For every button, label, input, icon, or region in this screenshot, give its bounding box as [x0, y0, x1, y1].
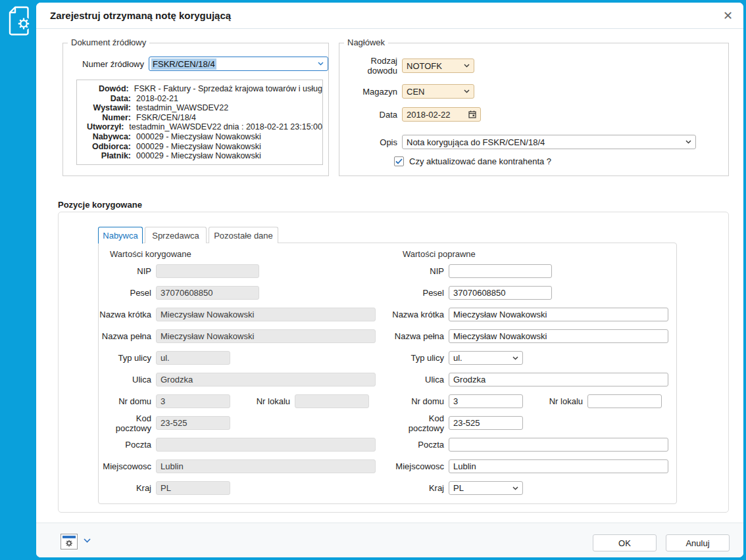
rodzaj-dowodu-select[interactable]: NOTOFK — [402, 58, 474, 73]
tab-strip: Nabywca Sprzedawca Pozostałe dane — [98, 227, 278, 243]
field-row-kraj: Kraj — [99, 481, 384, 495]
nr-lokalu-input[interactable] — [587, 394, 662, 408]
field-row-nr-domu: Nr domu Nr lokalu — [99, 394, 384, 408]
field-row-poczta: Poczta — [391, 438, 677, 452]
header-legend: Nagłówek — [344, 37, 388, 47]
calendar-icon — [468, 110, 476, 118]
field-row-nazwa-pelna: Nazwa pełna — [391, 329, 677, 343]
info-row: Płatnik:000029 - Mieczysław Nowakowski — [77, 151, 322, 161]
source-document-groupbox: Dokument źródłowy Numer źródłowy FSKR/CE… — [62, 43, 329, 176]
nip-input[interactable] — [449, 264, 552, 278]
correct-values-column: Wartości poprawne NIP Pesel Nazwa krótka… — [391, 243, 677, 503]
magazyn-select[interactable]: CEN — [402, 84, 474, 99]
field-row-pesel: Pesel — [99, 286, 384, 300]
ok-button[interactable]: OK — [593, 534, 657, 551]
update-contractor-checkbox[interactable] — [394, 156, 404, 166]
nazwa-krotka-input-corrected — [156, 308, 376, 321]
gear-icon — [64, 539, 74, 548]
field-row-ulica: Ulica — [391, 373, 677, 386]
cancel-button[interactable]: Anuluj — [666, 534, 730, 551]
ulica-input-corrected — [156, 373, 376, 386]
corrected-values-header: Wartości korygowane — [110, 249, 384, 259]
field-row-kod-pocztowy: Kod pocztowy — [391, 416, 677, 430]
field-row-nip: NIP — [391, 264, 677, 278]
source-document-info-panel: Dowód:FSKR - Faktury - Sprzedaż krajowa … — [76, 80, 323, 165]
field-row-nazwa-pelna: Nazwa pełna — [99, 329, 384, 343]
positions-title: Pozycje korygowane — [58, 200, 142, 210]
field-row-nip: NIP — [99, 264, 384, 278]
info-row: Dowód:FSKR - Faktury - Sprzedaż krajowa … — [77, 84, 322, 94]
nr-lokalu-input-corrected — [295, 394, 369, 408]
field-row-nr-domu: Nr domu Nr lokalu — [391, 394, 677, 408]
tab-pozostale-dane[interactable]: Pozostałe dane — [209, 227, 278, 243]
header-groupbox: Nagłówek Rodzaj dowodu NOTOFK Magazyn CE… — [339, 43, 729, 176]
miejscowosc-input-corrected — [156, 459, 376, 473]
chevron-down-icon — [464, 89, 470, 93]
chevron-down-icon — [685, 140, 691, 144]
magazyn-label: Magazyn — [339, 87, 397, 97]
positions-panel: Nabywca Sprzedawca Pozostałe dane Wartoś… — [58, 212, 729, 513]
chevron-down-icon — [464, 64, 470, 68]
field-row-ulica: Ulica — [99, 373, 384, 386]
typ-ulicy-select[interactable]: ul. — [449, 351, 523, 365]
info-row: Numer:FSKR/CEN/18/4 — [77, 113, 322, 123]
opis-combobox[interactable]: Nota korygująca do FSKR/CEN/18/4 — [402, 135, 696, 149]
checkmark-icon — [395, 158, 403, 164]
field-row-poczta: Poczta — [99, 438, 384, 452]
poczta-input[interactable] — [449, 438, 668, 452]
dialog-footer: OK Anuluj — [36, 523, 743, 557]
miejscowosc-input[interactable] — [449, 459, 668, 473]
nazwa-krotka-input[interactable] — [449, 308, 668, 321]
source-document-legend: Dokument źródłowy — [68, 37, 149, 47]
kraj-select[interactable]: PL — [449, 481, 523, 495]
close-icon[interactable]: ✕ — [723, 9, 733, 23]
ulica-input[interactable] — [449, 373, 668, 386]
chevron-down-icon — [512, 356, 518, 360]
opis-label: Opis — [339, 137, 397, 147]
field-row-nazwa-krotka: Nazwa krótka — [391, 308, 677, 321]
nr-domu-input-corrected — [156, 394, 230, 408]
poczta-input-corrected — [156, 438, 376, 452]
dialog-titlebar: Zarejestruj otrzymaną notę korygującą ✕ — [36, 3, 743, 29]
info-row: Odbiorca:000029 - Mieczysław Nowakowski — [77, 142, 322, 152]
kod-pocztowy-input[interactable] — [449, 416, 523, 430]
info-row: Nabywca:000029 - Mieczysław Nowakowski — [77, 132, 322, 142]
chevron-down-icon[interactable] — [84, 538, 91, 543]
info-row: Data:2018-02-21 — [77, 94, 322, 104]
chevron-down-icon — [318, 62, 324, 66]
register-correction-note-dialog: Zarejestruj otrzymaną notę korygującą ✕ … — [36, 3, 743, 557]
source-number-value: FSKR/CEN/18/4 — [151, 58, 216, 70]
source-number-label: Numer źródłowy — [63, 59, 144, 69]
data-date-input[interactable]: 2018-02-22 — [402, 107, 481, 122]
typ-ulicy-input-corrected — [156, 351, 230, 365]
pesel-input-corrected — [156, 286, 259, 300]
kraj-input-corrected — [156, 481, 230, 495]
field-row-kraj: Kraj PL — [391, 481, 677, 495]
field-row-nazwa-krotka: Nazwa krótka — [99, 308, 384, 321]
field-row-miejscowosc: Miejscowosc — [99, 459, 384, 473]
nazwa-pelna-input[interactable] — [449, 329, 668, 343]
tab-nabywca[interactable]: Nabywca — [98, 227, 143, 244]
window-titlebar-decoration — [62, 536, 76, 538]
info-row: Utworzył:testadmin_WAWSDEV22 dnia : 2018… — [77, 122, 322, 132]
field-row-typ-ulicy: Typ ulicy — [99, 351, 384, 365]
settings-window-button[interactable] — [61, 534, 78, 549]
document-gear-icon — [7, 5, 31, 37]
nip-input-corrected — [156, 264, 259, 278]
dialog-title: Zarejestruj otrzymaną notę korygującą — [50, 10, 231, 21]
field-row-kod-pocztowy: Kod pocztowy — [99, 416, 384, 430]
nazwa-pelna-input-corrected — [156, 329, 376, 343]
correct-values-header: Wartości poprawne — [403, 249, 677, 259]
corrected-values-column: Wartości korygowane NIP Pesel Nazwa krót… — [99, 243, 384, 503]
pesel-input[interactable] — [449, 286, 552, 300]
update-contractor-label: Czy aktualizować dane kontrahenta ? — [409, 156, 551, 166]
nr-domu-input[interactable] — [449, 394, 523, 408]
data-label: Data — [339, 110, 397, 120]
source-number-combobox[interactable]: FSKR/CEN/18/4 — [149, 57, 328, 71]
nabywca-tab-panel: Wartości korygowane NIP Pesel Nazwa krót… — [98, 243, 677, 504]
rodzaj-dowodu-label: Rodzaj dowodu — [339, 56, 397, 76]
chevron-down-icon — [512, 486, 518, 490]
info-row: Wystawił:testadmin_WAWSDEV22 — [77, 103, 322, 113]
field-row-miejscowosc: Miejscowosc — [391, 459, 677, 473]
tab-sprzedawca[interactable]: Sprzedawca — [145, 227, 207, 243]
